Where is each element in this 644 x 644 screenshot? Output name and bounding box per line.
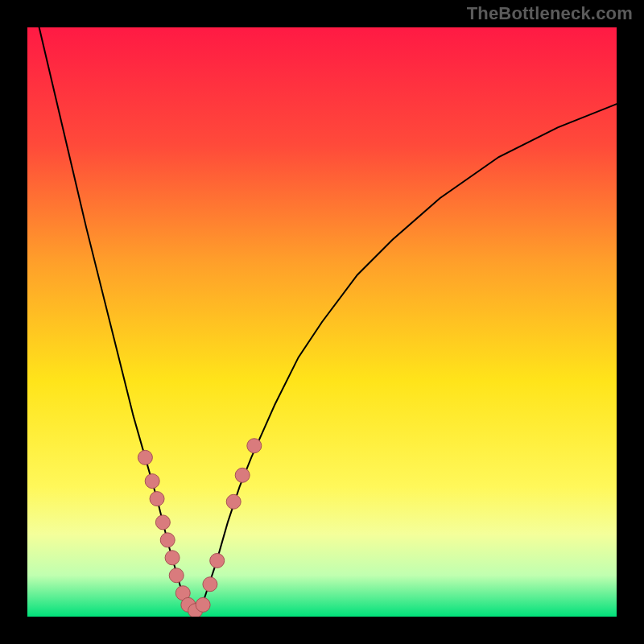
plot-svg xyxy=(27,27,617,617)
marker-dot xyxy=(235,468,250,482)
chart-frame: TheBottleneck.com xyxy=(0,0,644,644)
marker-dot xyxy=(138,450,152,464)
marker-dot xyxy=(145,474,159,489)
marker-dot xyxy=(210,553,225,568)
marker-dot xyxy=(150,492,164,506)
watermark-text: TheBottleneck.com xyxy=(467,3,633,24)
marker-dot xyxy=(203,577,217,592)
marker-dot xyxy=(196,597,210,612)
plot-area xyxy=(27,27,617,617)
marker-dot xyxy=(165,551,180,565)
marker-dot xyxy=(247,439,262,453)
marker-dot xyxy=(160,533,175,547)
marker-dot xyxy=(155,515,170,530)
marker-dot xyxy=(169,568,184,583)
marker-dot xyxy=(226,494,241,509)
